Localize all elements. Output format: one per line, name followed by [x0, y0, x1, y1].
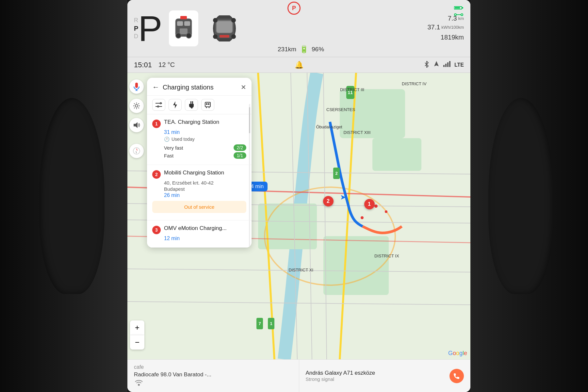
right-seat-area [470, 0, 588, 392]
compass-button[interactable] [129, 144, 144, 158]
svg-point-55 [160, 103, 161, 104]
station-2-name: Mobiliti Charging Station [164, 170, 224, 176]
svg-rect-65 [208, 103, 209, 105]
station-item-3[interactable]: 3 OMV eMotion Charging... 12 min [147, 220, 252, 248]
svg-rect-62 [191, 108, 192, 108]
gear-p-active: P [134, 24, 138, 33]
car-icons-section [169, 10, 428, 46]
out-of-service-badge: Out of service [152, 201, 246, 213]
panel-filters [147, 96, 252, 114]
volume-button[interactable] [129, 118, 144, 132]
svg-line-31 [323, 73, 327, 359]
svg-rect-2 [184, 21, 190, 26]
active-gear-display: P [138, 10, 162, 46]
bottom-left-value: Radiocafe 98.0 Van Baratod -... [134, 371, 292, 378]
svg-point-14 [231, 34, 236, 39]
svg-text:1: 1 [270, 321, 272, 326]
status-temp: 12 °C [158, 61, 175, 69]
efficiency-value: 37.1 [427, 24, 440, 31]
marker-1[interactable]: 1 [364, 199, 375, 209]
station-1-number: 1 [152, 120, 161, 128]
filter-station-type-button[interactable] [201, 99, 214, 111]
status-icons: LTE [424, 60, 464, 69]
station-3-name: OMV eMotion Charging... [164, 225, 227, 232]
battery-km: 231km [278, 46, 296, 53]
gear-r: R [134, 17, 138, 24]
zoom-controls: + − [130, 320, 144, 350]
ev-indicator-icons [454, 5, 464, 19]
device-name: András Galaxy A71 eszköze [306, 370, 375, 376]
svg-rect-17 [445, 64, 447, 67]
svg-point-4 [176, 33, 181, 38]
svg-text:11: 11 [348, 90, 353, 95]
phone-call-button[interactable] [449, 369, 464, 383]
close-button[interactable]: ✕ [241, 83, 246, 91]
svg-marker-59 [173, 101, 177, 108]
svg-point-72 [454, 14, 456, 16]
svg-rect-16 [443, 65, 445, 67]
battery-icon: 🔋 [300, 45, 308, 54]
svg-marker-52 [136, 151, 137, 154]
svg-marker-51 [137, 148, 138, 151]
map-dot-3 [361, 216, 364, 219]
station-2-address2: Budapest [164, 186, 246, 192]
station-2-number: 2 [152, 170, 161, 179]
svg-rect-6 [180, 16, 187, 19]
range-value: 1819km [441, 34, 464, 41]
stats-section: 7.3 km 37.1 kWh/100km 1819km [427, 15, 464, 42]
station-2-time: 26 min [164, 192, 246, 198]
filter-plug-button[interactable] [185, 99, 198, 111]
svg-point-68 [138, 384, 140, 386]
speed-badge-very-fast: 2/2 [234, 144, 246, 151]
zoom-in-button[interactable]: + [130, 320, 144, 335]
station-list: 1 TEA. Charging Station 31 min 🕐 Used to… [147, 114, 252, 248]
station-3-header: 3 OMV eMotion Charging... [152, 225, 246, 234]
svg-rect-1 [177, 21, 183, 26]
ev-icon-2 [454, 12, 464, 19]
location-icon [433, 60, 439, 69]
back-button[interactable]: ← [152, 83, 159, 91]
microphone-button[interactable] [129, 79, 144, 94]
zoom-out-button[interactable]: − [130, 335, 144, 350]
station-3-number: 3 [152, 226, 161, 234]
filter-fast-charge-button[interactable] [169, 99, 182, 111]
notification-bell-icon[interactable]: 🔔 [295, 61, 303, 69]
car-topdown-image [203, 12, 246, 45]
bottom-right-section[interactable]: András Galaxy A71 eszköze Strong signal [299, 360, 471, 392]
settings-button[interactable] [129, 99, 144, 113]
svg-rect-18 [447, 62, 449, 67]
svg-rect-64 [206, 103, 207, 105]
svg-point-73 [461, 14, 463, 16]
battery-section: 231km 🔋 96% [278, 45, 324, 54]
filter-sliders-button[interactable] [152, 99, 165, 111]
parking-circle-icon: P [287, 2, 301, 15]
station-item-1[interactable]: 1 TEA. Charging Station 31 min 🕐 Used to… [147, 114, 252, 165]
svg-rect-10 [217, 21, 232, 33]
panel-header: ← Charging stations ✕ [147, 78, 252, 96]
ev-icon-1 [454, 5, 464, 11]
main-screen: R P D P [127, 0, 470, 392]
svg-rect-70 [462, 7, 463, 8]
svg-rect-61 [192, 101, 193, 104]
marker-2[interactable]: 2 [323, 196, 334, 206]
gear-selector: R P D [134, 17, 138, 41]
scrollbar [249, 104, 250, 248]
station-item-2[interactable]: 2 Mobiliti Charging Station 40, Erzsébet… [147, 165, 252, 220]
panel-title: Charging stations [163, 84, 237, 91]
speed-row-fast: Fast 1/1 [164, 152, 246, 159]
svg-marker-49 [134, 122, 138, 128]
status-time: 15:01 [134, 61, 152, 69]
svg-rect-63 [205, 102, 210, 107]
bottom-left-section[interactable]: cafe Radiocafe 98.0 Van Baratod -... [127, 360, 299, 392]
svg-point-11 [213, 18, 218, 23]
station-2-header: 2 Mobiliti Charging Station [152, 170, 246, 179]
google-logo: Google [448, 350, 467, 357]
station-1-header: 1 TEA. Charging Station [152, 119, 246, 128]
svg-line-36 [127, 302, 470, 305]
car-front-icon [169, 10, 198, 46]
svg-text:2: 2 [335, 171, 337, 176]
speed-label-very-fast: Very fast [164, 145, 183, 151]
main-content: 11 2 7 1 DISTRICT III DISTRICT IV DISTRI… [127, 73, 470, 359]
scrollbar-thumb[interactable] [249, 107, 250, 133]
signal-bars-icon [443, 61, 450, 69]
